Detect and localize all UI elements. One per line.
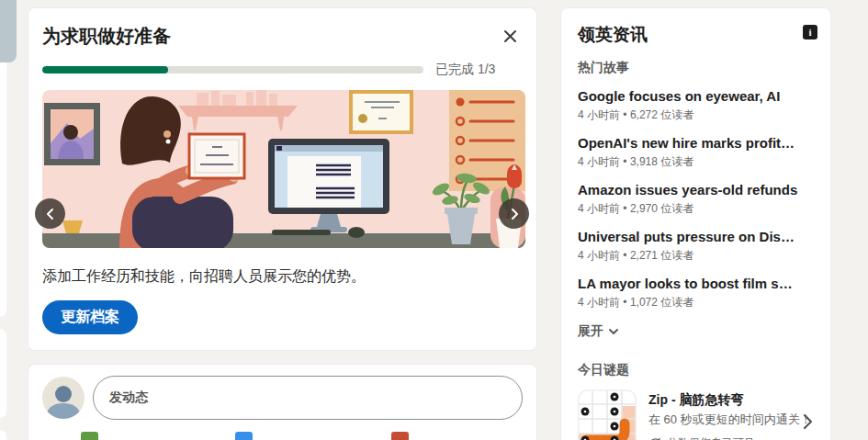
- close-icon: [503, 29, 517, 43]
- news-story[interactable]: LA mayor looks to boost film s… 4 小时前 • …: [578, 276, 817, 310]
- job-prep-illustration: [42, 90, 525, 248]
- carousel-prev-button[interactable]: [35, 198, 65, 229]
- news-story-title: OpenAI's new hire marks profit…: [578, 135, 817, 151]
- expand-label: 展开: [578, 323, 603, 340]
- photo-icon[interactable]: [235, 432, 253, 440]
- composer-actions-row: [42, 432, 523, 440]
- sidebar-card-fragment-bottom: [0, 430, 6, 440]
- close-button[interactable]: [499, 25, 521, 47]
- post-composer-card: 发动态: [28, 364, 537, 440]
- top-stories-label: 热门故事: [578, 60, 817, 76]
- puzzle-subtitle: 在 60 秒或更短的时间内通关！: [648, 412, 812, 428]
- chevron-left-icon: [44, 208, 57, 220]
- news-story[interactable]: Universal puts pressure on Dis… 4 小时前 • …: [578, 229, 817, 264]
- zip-game-icon: [578, 389, 637, 440]
- avatar-placeholder-icon: [42, 377, 85, 419]
- article-icon[interactable]: [391, 432, 409, 440]
- linkedin-news-card: 领英资讯 i 热门故事 Google focuses on eyewear, A…: [560, 7, 831, 440]
- progress-label: 已完成 1/3: [435, 62, 495, 78]
- puzzle-item[interactable]: Zip - 脑筋急转弯 在 60 秒或更短的时间内通关！ 分数仅您自己可见: [578, 389, 817, 440]
- progress-bar: [42, 66, 423, 73]
- news-story-meta: 4 小时前 • 6,272 位读者: [578, 107, 817, 123]
- job-prep-description: 添加工作经历和技能，向招聘人员展示您的优势。: [42, 267, 523, 287]
- job-prep-card: 为求职做好准备 已完成 1/3: [28, 7, 537, 351]
- puzzle-privacy-label: 分数仅您自己可见: [667, 435, 755, 440]
- news-story-title: Amazon issues years-old refunds: [578, 182, 817, 197]
- update-profile-button[interactable]: 更新档案: [42, 300, 138, 334]
- start-post-input[interactable]: 发动态: [93, 376, 523, 420]
- job-prep-title: 为求职做好准备: [42, 25, 171, 47]
- progress-row: 已完成 1/3: [42, 62, 523, 78]
- news-story[interactable]: Google focuses on eyewear, AI 4 小时前 • 6,…: [578, 88, 817, 123]
- progress-fill: [42, 66, 168, 73]
- chevron-right-icon: [508, 208, 521, 220]
- news-story[interactable]: Amazon issues years-old refunds 4 小时前 • …: [578, 182, 817, 217]
- chevron-down-icon: [608, 326, 619, 337]
- sidebar-cover-fragment: [0, 0, 17, 62]
- news-story-meta: 4 小时前 • 2,271 位读者: [578, 248, 817, 264]
- puzzle-title: Zip - 脑筋急转弯: [648, 392, 812, 409]
- news-story-title: LA mayor looks to boost film s…: [578, 276, 817, 291]
- start-post-placeholder: 发动态: [109, 389, 148, 406]
- news-story[interactable]: OpenAI's new hire marks profit… 4 小时前 • …: [578, 135, 817, 170]
- puzzle-section-label: 今日谜题: [578, 362, 817, 378]
- news-story-meta: 4 小时前 • 3,918 位读者: [578, 154, 817, 170]
- avatar[interactable]: [42, 377, 85, 419]
- video-icon[interactable]: [81, 432, 98, 440]
- chevron-right-icon: [801, 413, 814, 430]
- news-story-title: Universal puts pressure on Dis…: [578, 229, 817, 244]
- news-card-title: 领英资讯: [578, 23, 648, 47]
- info-icon[interactable]: i: [803, 25, 817, 39]
- news-story-title: Google focuses on eyewear, AI: [578, 88, 817, 104]
- carousel-next-button[interactable]: [499, 198, 529, 229]
- news-story-meta: 4 小时前 • 1,072 位读者: [578, 295, 817, 310]
- news-story-meta: 4 小时前 • 2,970 位读者: [578, 201, 817, 217]
- illustration-art: [42, 90, 525, 248]
- sidebar-card-fragment-mid: [0, 329, 6, 418]
- expand-button[interactable]: 展开: [578, 323, 619, 340]
